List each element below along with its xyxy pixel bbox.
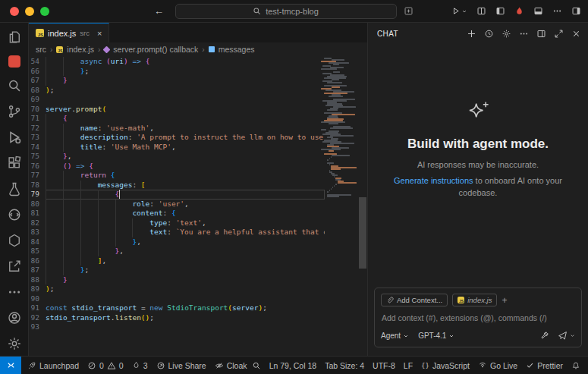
cloak-status[interactable]: Cloak [215,361,247,370]
search-icon[interactable] [7,78,22,93]
code-line[interactable]: 87 }; [29,266,325,275]
code-line[interactable]: 85 }, [29,247,325,256]
extensions-icon[interactable] [7,156,22,171]
code-line[interactable]: 68); [29,86,325,96]
code-line[interactable]: 69 [29,95,325,105]
testing-icon[interactable] [7,181,22,196]
live-share-status[interactable]: Live Share [156,361,206,370]
settings-gear-icon[interactable] [502,29,511,39]
code-line[interactable]: 79 { [29,190,325,200]
prettier-status[interactable]: Prettier [526,361,563,370]
toggle-panel-icon[interactable] [533,6,543,16]
more-icon[interactable] [7,284,22,300]
maximize-icon[interactable] [554,29,564,39]
bell-icon[interactable] [571,361,580,370]
go-live-status[interactable]: Go Live [478,361,517,370]
code-line[interactable]: 93 [29,322,325,332]
code-line[interactable]: 91const stdio_transport = new StdioTrans… [29,303,325,313]
tab-index-js[interactable]: JS index.js src × [29,23,109,42]
language-status[interactable]: {}JavaScript [421,361,470,370]
context-chip-index-js[interactable]: JS index.js [452,294,497,306]
close-icon[interactable] [571,29,581,39]
code-line[interactable]: 92stdio_transport.listen(); [29,313,325,323]
red-extension-icon[interactable] [8,55,20,68]
minimap[interactable] [325,56,358,356]
back-button[interactable]: ← [154,5,164,17]
js-file-icon: JS [458,297,464,303]
chat-input-box[interactable]: Add Context... JS index.js + Add context… [374,288,582,347]
new-window-icon[interactable] [404,6,413,16]
code-line[interactable]: 84 }, [29,237,325,247]
breadcrumb-symbol-callback[interactable]: server.prompt() callback [113,45,198,54]
flame-icon[interactable] [514,6,524,16]
mode-picker[interactable]: Agent [381,332,409,340]
hexagon-extension-icon[interactable] [7,233,22,248]
cursor-position-status[interactable]: Ln 79, Col 18 [269,361,316,370]
code-line[interactable]: 89); [29,284,325,294]
more-actions-icon[interactable] [552,6,562,16]
code-line[interactable]: 72 name: 'use-math', [29,124,325,134]
chat-input-placeholder[interactable]: Add context (#), extensions (@), command… [382,313,574,322]
history-icon[interactable] [484,29,494,39]
code-line[interactable]: 73 description: 'A prompt to instruct th… [29,133,325,143]
code-line[interactable]: 54 async (uri) => { [29,57,325,67]
flame-count-status[interactable]: 3 [132,361,148,370]
scrollbar-thumb[interactable] [359,197,366,269]
code-lines[interactable]: 54 async (uri) => {66 };67 }68);6970serv… [29,56,325,356]
code-line[interactable]: 86 ], [29,256,325,266]
toggle-secondary-sidebar-icon[interactable] [571,6,581,16]
close-tab-icon[interactable]: × [97,29,102,38]
code-line[interactable]: 66 }; [29,67,325,77]
editor-scrollbar[interactable] [358,56,367,356]
code-line[interactable]: 77 return { [29,171,325,181]
settings-gear-icon[interactable] [7,336,22,351]
code-line[interactable]: 74 title: 'Use Math MCP', [29,143,325,152]
eol-status[interactable]: LF [404,361,413,370]
more-actions-icon[interactable] [519,29,529,39]
encoding-status[interactable]: UTF-8 [373,361,395,370]
code-line[interactable]: 83 text: `You are a helpful assistant th… [29,228,325,237]
remote-indicator[interactable] [0,357,21,374]
problems-status[interactable]: 0 0 [87,361,124,370]
code-line[interactable]: 90 [29,294,325,304]
code-line[interactable]: 67 } [29,76,325,86]
split-editor-icon[interactable] [476,6,486,16]
share-icon[interactable] [7,259,22,274]
tab-size-status[interactable]: Tab Size: 4 [325,361,364,370]
code-line[interactable]: 80 role: 'user', [29,200,325,209]
source-control-icon[interactable] [7,104,22,119]
code-line[interactable]: 76 () => { [29,162,325,171]
breadcrumb-symbol-messages[interactable]: messages [219,45,255,54]
code-line[interactable]: 81 content: { [29,209,325,218]
open-columns-icon[interactable] [536,29,546,39]
run-button[interactable] [451,6,467,16]
add-more-context-icon[interactable]: + [502,295,507,306]
account-icon[interactable] [7,310,22,325]
zoom-window-button[interactable] [40,7,49,16]
run-debug-icon[interactable] [7,130,22,145]
send-button[interactable] [558,331,575,341]
code-line[interactable]: 78 messages: [ [29,181,325,190]
command-center-search[interactable]: test-tmcp-blog [175,4,397,19]
code-line[interactable]: 75 }, [29,152,325,162]
generate-instructions-link[interactable]: Generate instructions [394,176,473,185]
editor-group: JS index.js src × src › JS index.js › se… [29,23,367,356]
add-context-button[interactable]: Add Context... [381,294,448,306]
breadcrumb-file[interactable]: index.js [67,45,94,54]
js-file-icon: JS [56,46,63,53]
code-line[interactable]: 88 } [29,275,325,285]
model-picker[interactable]: GPT-4.1 [418,332,454,340]
remote-explorer-icon[interactable] [7,207,22,222]
breadcrumb-src[interactable]: src [36,45,46,54]
code-line[interactable]: 70server.prompt( [29,105,325,115]
tools-icon[interactable] [539,331,549,341]
toggle-sidebar-icon[interactable] [495,6,505,16]
magnifier-icon[interactable] [252,361,261,370]
launchpad-status[interactable]: Launchpad [27,361,79,370]
code-line[interactable]: 82 type: 'text', [29,218,325,228]
explorer-icon[interactable] [7,30,22,45]
code-line[interactable]: 71 { [29,114,325,124]
new-chat-plus-icon[interactable] [467,29,476,39]
minimize-window-button[interactable] [25,7,34,16]
close-window-button[interactable] [10,7,19,16]
